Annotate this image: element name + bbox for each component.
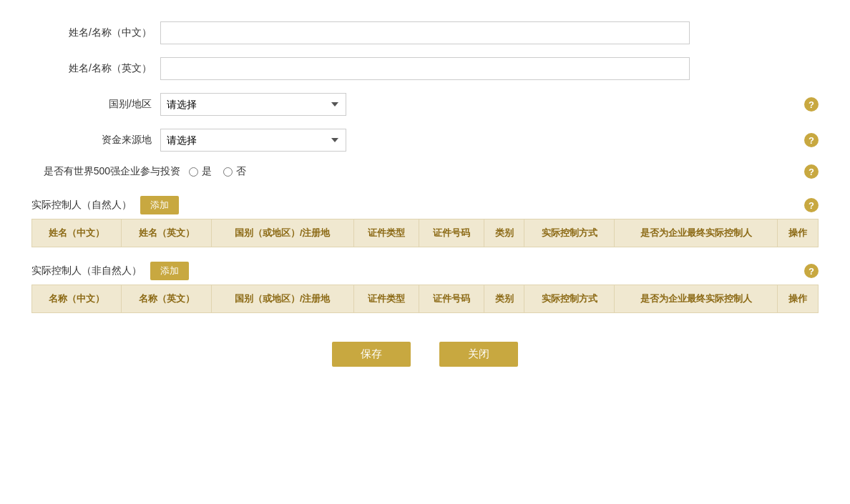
col-country: 国别（或地区）/注册地 — [211, 219, 353, 247]
fortune500-yes-label: 是 — [202, 165, 212, 178]
fund-source-row: 资金来源地 请选择 ? — [31, 129, 819, 152]
natural-person-section: 实际控制人（自然人） 添加 ? 姓名（中文） 姓名（英文） 国别（或地区）/注册… — [31, 196, 819, 247]
col-control-method: 实际控制方式 — [524, 219, 614, 247]
non-natural-person-table: 名称（中文） 名称（英文） 国别（或地区）/注册地 证件类型 证件号码 类别 实… — [31, 285, 819, 313]
col2-category: 类别 — [484, 285, 524, 313]
fortune500-yes-option[interactable]: 是 — [189, 165, 212, 178]
non-natural-person-help-icon[interactable]: ? — [804, 264, 819, 278]
bottom-buttons: 保存 关闭 — [31, 342, 819, 367]
col2-is-ultimate: 是否为企业最终实际控制人 — [614, 285, 777, 313]
col2-action: 操作 — [778, 285, 819, 313]
non-natural-person-section: 实际控制人（非自然人） 添加 ? 名称（中文） 名称（英文） 国别（或地区）/注… — [31, 262, 819, 313]
col2-country: 国别（或地区）/注册地 — [211, 285, 353, 313]
col2-cert-no: 证件号码 — [419, 285, 484, 313]
fortune500-help-icon[interactable]: ? — [804, 164, 819, 179]
natural-person-header: 实际控制人（自然人） 添加 ? — [31, 196, 819, 214]
col-cert-no: 证件号码 — [419, 219, 484, 247]
col-action: 操作 — [778, 219, 819, 247]
natural-person-table-header-row: 姓名（中文） 姓名（英文） 国别（或地区）/注册地 证件类型 证件号码 类别 实… — [32, 219, 819, 247]
fortune500-row: 是否有世界500强企业参与投资 是 否 ? — [31, 164, 819, 179]
name-en-input[interactable] — [160, 57, 690, 80]
name-en-row: 姓名/名称（英文） — [31, 57, 819, 80]
country-select[interactable]: 请选择 — [160, 93, 346, 116]
fortune500-no-radio[interactable] — [223, 167, 233, 177]
fortune500-label: 是否有世界500强企业参与投资 — [31, 165, 189, 178]
save-button[interactable]: 保存 — [332, 342, 411, 367]
fortune500-no-option[interactable]: 否 — [223, 165, 246, 178]
natural-person-table: 姓名（中文） 姓名（英文） 国别（或地区）/注册地 证件类型 证件号码 类别 实… — [31, 219, 819, 247]
col2-name-cn: 名称（中文） — [32, 285, 122, 313]
col2-control-method: 实际控制方式 — [524, 285, 614, 313]
natural-person-help-icon[interactable]: ? — [804, 198, 819, 212]
fortune500-yes-radio[interactable] — [189, 167, 198, 177]
main-container: 姓名/名称（中文） 姓名/名称（英文） 国别/地区 请选择 ? 资金来源地 请选… — [31, 21, 819, 367]
name-en-label: 姓名/名称（英文） — [31, 62, 160, 75]
col-cert-type: 证件类型 — [353, 219, 419, 247]
fortune500-radio-group: 是 否 — [189, 165, 246, 178]
fund-source-label: 资金来源地 — [31, 134, 160, 147]
country-row: 国别/地区 请选择 ? — [31, 93, 819, 116]
country-help-icon[interactable]: ? — [804, 97, 819, 112]
col-is-ultimate: 是否为企业最终实际控制人 — [614, 219, 777, 247]
name-cn-row: 姓名/名称（中文） — [31, 21, 819, 44]
non-natural-person-title: 实际控制人（非自然人） — [31, 265, 142, 277]
col2-cert-type: 证件类型 — [353, 285, 419, 313]
non-natural-person-header: 实际控制人（非自然人） 添加 ? — [31, 262, 819, 280]
name-cn-label: 姓名/名称（中文） — [31, 26, 160, 39]
name-cn-input[interactable] — [160, 21, 690, 44]
col-category: 类别 — [484, 219, 524, 247]
col-name-en: 姓名（英文） — [122, 219, 211, 247]
col2-name-en: 名称（英文） — [122, 285, 211, 313]
non-natural-person-table-header-row: 名称（中文） 名称（英文） 国别（或地区）/注册地 证件类型 证件号码 类别 实… — [32, 285, 819, 313]
close-button[interactable]: 关闭 — [439, 342, 518, 367]
natural-person-add-button[interactable]: 添加 — [140, 196, 179, 214]
natural-person-title: 实际控制人（自然人） — [31, 199, 132, 212]
col-name-cn: 姓名（中文） — [32, 219, 122, 247]
fund-source-help-icon[interactable]: ? — [804, 133, 819, 147]
country-label: 国别/地区 — [31, 98, 160, 111]
fund-source-select[interactable]: 请选择 — [160, 129, 346, 152]
fortune500-no-label: 否 — [236, 165, 246, 178]
non-natural-person-add-button[interactable]: 添加 — [150, 262, 189, 280]
